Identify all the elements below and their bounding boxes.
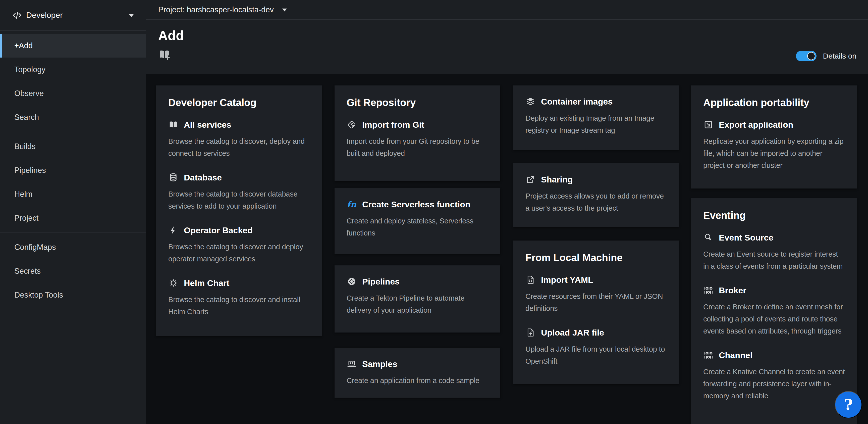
item-broker: BrokerCreate a Broker to define an event… bbox=[703, 285, 845, 337]
sidebar-item-desktop-tools[interactable]: Desktop Tools bbox=[0, 283, 146, 307]
item-title-upload-jar-file[interactable]: Upload JAR file bbox=[541, 328, 604, 338]
toggle-track[interactable] bbox=[796, 51, 816, 61]
perspective-label: Developer bbox=[26, 10, 128, 20]
item-export-application: Export applicationReplicate your applica… bbox=[703, 120, 845, 171]
share-icon bbox=[525, 174, 535, 185]
item-head: Event Source bbox=[703, 232, 845, 243]
item-title-operator-backed[interactable]: Operator Backed bbox=[184, 225, 253, 235]
tekton-icon bbox=[347, 277, 356, 286]
item-title-import-from-git[interactable]: Import from Git bbox=[362, 120, 424, 130]
item-head: Operator Backed bbox=[168, 225, 310, 235]
item-title-helm-chart[interactable]: Helm Chart bbox=[184, 278, 229, 288]
card-git-repository: Git RepositoryImport from GitImport code… bbox=[335, 85, 500, 181]
item-description: Create resources from their YAML or JSON… bbox=[525, 290, 667, 314]
item-description: Create a Broker to define an event mesh … bbox=[703, 301, 845, 337]
project-selector[interactable]: Project: harshcasper-localsta-dev bbox=[158, 5, 274, 14]
item-description: Replicate your application by exporting … bbox=[703, 135, 845, 171]
card-sharing: SharingProject access allows you to add … bbox=[514, 163, 679, 227]
card-developer-catalog: Developer CatalogAll servicesBrowse the … bbox=[156, 85, 322, 336]
item-description: Import code from your Git repository to … bbox=[347, 135, 488, 159]
git-icon bbox=[347, 120, 356, 130]
item-head: fnCreate Serverless function bbox=[347, 199, 488, 209]
item-create-serverless-function: fnCreate Serverless functionCreate and d… bbox=[347, 199, 488, 239]
page-title: Add bbox=[158, 28, 857, 43]
item-title-sharing[interactable]: Sharing bbox=[541, 175, 573, 185]
card-title-developer-catalog: Developer Catalog bbox=[168, 96, 310, 109]
toggle-knob bbox=[807, 52, 815, 60]
file-code-icon bbox=[525, 275, 535, 285]
sidebar-item-pipelines[interactable]: Pipelines bbox=[0, 158, 146, 182]
item-description: Create a Tekton Pipeline to automate del… bbox=[347, 292, 488, 316]
sidebar: Developer +AddTopologyObserveSearchBuild… bbox=[0, 0, 146, 424]
sidebar-item-configmaps[interactable]: ConfigMaps bbox=[0, 235, 146, 259]
event-source-icon bbox=[703, 232, 713, 243]
perspective-switcher[interactable]: Developer bbox=[0, 0, 146, 31]
code-icon bbox=[12, 10, 22, 20]
export-icon bbox=[703, 120, 713, 130]
item-head: Channel bbox=[703, 350, 845, 360]
item-title-export-application[interactable]: Export application bbox=[719, 120, 794, 130]
card-pipelines: PipelinesCreate a Tekton Pipeline to aut… bbox=[335, 265, 500, 333]
item-head: Import from Git bbox=[347, 120, 488, 130]
item-title-pipelines[interactable]: Pipelines bbox=[362, 277, 400, 286]
item-upload-jar-file: Upload JAR fileUpload a JAR file from yo… bbox=[525, 328, 667, 367]
item-title-channel[interactable]: Channel bbox=[719, 350, 752, 360]
card-eventing: EventingEvent SourceCreate an Event sour… bbox=[691, 198, 857, 424]
item-head: Helm Chart bbox=[168, 278, 310, 288]
bolt-icon bbox=[168, 225, 178, 235]
item-description: Project access allows you to add or remo… bbox=[525, 190, 667, 214]
item-pipelines: PipelinesCreate a Tekton Pipeline to aut… bbox=[347, 277, 488, 316]
item-description: Browse the catalog to discover, deploy a… bbox=[168, 135, 310, 159]
sidebar-item-helm[interactable]: Helm bbox=[0, 182, 146, 206]
fn-icon: fn bbox=[347, 199, 356, 209]
helm-icon bbox=[168, 278, 178, 288]
sidebar-item-topology[interactable]: Topology bbox=[0, 58, 146, 81]
item-description: Create and deploy stateless, Serverless … bbox=[347, 215, 488, 239]
item-title-all-services[interactable]: All services bbox=[184, 120, 231, 130]
item-helm-chart: Helm ChartBrowse the catalog to discover… bbox=[168, 278, 310, 318]
item-title-event-source[interactable]: Event Source bbox=[719, 233, 773, 243]
item-samples: SamplesCreate an application from a code… bbox=[347, 359, 488, 387]
item-description: Create a Knative Channel to create an ev… bbox=[703, 366, 845, 402]
item-description: Browse the catalog to discover and deplo… bbox=[168, 241, 310, 265]
chevron-down-icon[interactable] bbox=[281, 7, 288, 12]
sidebar-item-project[interactable]: Project bbox=[0, 206, 146, 230]
item-import-yaml: Import YAMLCreate resources from their Y… bbox=[525, 275, 667, 314]
project-bar: Project: harshcasper-localsta-dev bbox=[146, 0, 868, 20]
item-head: Export application bbox=[703, 120, 845, 130]
card-title-application-portability: Application portability bbox=[703, 96, 845, 109]
item-description: Deploy an existing Image from an Image r… bbox=[525, 112, 667, 136]
help-button[interactable]: ? bbox=[835, 391, 862, 418]
item-title-container-images[interactable]: Container images bbox=[541, 97, 613, 107]
item-title-broker[interactable]: Broker bbox=[719, 285, 746, 295]
item-channel: ChannelCreate a Knative Channel to creat… bbox=[703, 350, 845, 402]
page-header: Add Details on bbox=[146, 20, 868, 74]
item-title-samples[interactable]: Samples bbox=[362, 359, 397, 369]
sidebar-nav: +AddTopologyObserveSearchBuildsPipelines… bbox=[0, 31, 146, 307]
item-head: Sharing bbox=[525, 174, 667, 185]
sidebar-nav-group: BuildsPipelinesHelmProject bbox=[0, 132, 146, 230]
item-all-services: All servicesBrowse the catalog to discov… bbox=[168, 120, 310, 159]
sidebar-item-secrets[interactable]: Secrets bbox=[0, 259, 146, 283]
item-title-database[interactable]: Database bbox=[184, 173, 222, 182]
item-head: Pipelines bbox=[347, 277, 488, 286]
file-upload-icon bbox=[525, 328, 535, 338]
sidebar-item-observe[interactable]: Observe bbox=[0, 81, 146, 105]
sidebar-item-builds[interactable]: Builds bbox=[0, 135, 146, 158]
item-sharing: SharingProject access allows you to add … bbox=[525, 174, 667, 214]
layers-icon bbox=[525, 96, 535, 107]
book-plus-icon[interactable] bbox=[158, 49, 170, 61]
item-import-from-git: Import from GitImport code from your Git… bbox=[347, 120, 488, 159]
item-head: Samples bbox=[347, 359, 488, 369]
details-toggle[interactable]: Details on bbox=[796, 51, 857, 61]
item-title-create-serverless-function[interactable]: Create Serverless function bbox=[362, 200, 470, 209]
item-head: Broker bbox=[703, 285, 845, 295]
item-head: Container images bbox=[525, 96, 667, 107]
sidebar-item-add[interactable]: +Add bbox=[0, 34, 146, 58]
sidebar-nav-group: ConfigMapsSecretsDesktop Tools bbox=[0, 232, 146, 307]
item-title-import-yaml[interactable]: Import YAML bbox=[541, 275, 593, 285]
sidebar-nav-group: +AddTopologyObserveSearch bbox=[0, 34, 146, 129]
sidebar-item-search[interactable]: Search bbox=[0, 105, 146, 129]
card-from-local-machine: From Local MachineImport YAMLCreate reso… bbox=[514, 241, 679, 384]
details-toggle-label: Details on bbox=[823, 52, 857, 60]
